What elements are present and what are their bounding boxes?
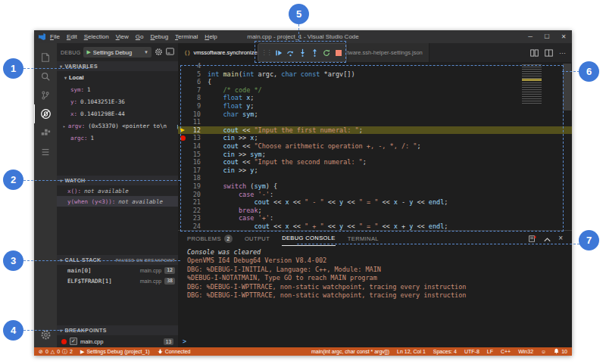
step-out-button[interactable] — [310, 47, 320, 59]
code-line[interactable]: 7 /* code */ — [178, 86, 572, 95]
debug-status[interactable]: ▶ Settings Debug (project_1) — [80, 349, 150, 355]
breakpoint-row[interactable]: ✓main.cpp13 — [57, 335, 178, 347]
variable-value: 0.1043251E-36 — [80, 98, 125, 105]
variable-row[interactable]: sym:1 — [57, 83, 178, 95]
code-line[interactable]: 16 cout << "Input the second numeral: "; — [178, 158, 572, 166]
stack-frame-row[interactable]: main[0]main.cpp12 — [57, 265, 178, 275]
watch-value: not available — [84, 188, 129, 194]
code-line[interactable]: 4 — [178, 62, 572, 70]
code-line[interactable]: 24 cout << x << " + " << y << " = " << x… — [178, 222, 572, 230]
encoding[interactable]: UTF-8 — [464, 349, 479, 354]
code-line[interactable]: 11 — [178, 118, 572, 126]
menu-go[interactable]: Go — [136, 33, 144, 40]
menu-selection[interactable]: Selection — [84, 33, 109, 40]
watch-row[interactable]: y(when (y<3)):not available — [57, 196, 178, 207]
code-line[interactable]: 21 cout << x << " - " << y << " = " << x… — [178, 198, 572, 207]
minimize-icon[interactable]: ─ — [522, 30, 539, 43]
code-editor[interactable]: 45int main(int argc, char const *argv[])… — [178, 62, 572, 230]
notifications-bell[interactable]: 10 — [554, 348, 567, 355]
panel-tab-problems[interactable]: PROBLEMS2 — [187, 231, 233, 246]
code-line[interactable]: 9 float y; — [178, 102, 572, 110]
callout-2: 2 — [3, 170, 23, 190]
minimap[interactable] — [522, 64, 542, 104]
close-panel-icon[interactable]: × — [558, 235, 563, 242]
leader-line-5 — [298, 24, 299, 42]
debug-console-input[interactable]: > — [178, 335, 572, 347]
token: << — [239, 142, 254, 150]
variable-name: argv: — [68, 123, 86, 129]
token: case — [239, 191, 258, 198]
variables-scope-row[interactable]: ▾Local — [57, 71, 178, 83]
cursor-position[interactable]: Ln 12, Col 1 — [397, 349, 426, 354]
settings-gear-icon[interactable] — [34, 325, 57, 344]
code-text: case '-': — [208, 191, 273, 199]
vms-view-icon[interactable] — [34, 142, 57, 161]
maximize-icon[interactable]: ☐ — [539, 30, 555, 43]
token: case — [239, 214, 258, 222]
code-line[interactable]: 23 case '+': — [178, 214, 572, 222]
indentation[interactable]: Spaces: 4 — [433, 349, 457, 354]
variable-row[interactable]: x:0.1401298E-44 — [57, 107, 178, 120]
editor-tab[interactable]: {}vmssoftware.synchronizer — [178, 43, 266, 62]
debug-config-select[interactable]: ▶ Settings Debug ▼ — [83, 47, 152, 58]
source-control-icon[interactable] — [34, 86, 57, 104]
token: : — [270, 214, 273, 222]
gutter-glyph — [178, 78, 187, 86]
close-icon[interactable]: ✕ — [555, 30, 572, 43]
code-line[interactable]: 5int main(int argc, char const *argv[]) — [178, 70, 572, 79]
feedback-smiley-icon[interactable]: ☺ — [541, 349, 546, 354]
menu-edit[interactable]: Edit — [67, 33, 77, 40]
connection-status[interactable]: Connected — [158, 349, 191, 355]
debug-icon[interactable] — [34, 104, 58, 123]
extensions-icon[interactable] — [34, 123, 57, 142]
step-over-button[interactable] — [286, 47, 295, 59]
platform[interactable]: Win32 — [518, 349, 533, 354]
stack-frame-row[interactable]: ELF$TFRADR[1]main.cpp38 — [57, 275, 178, 286]
split-editor-icon[interactable] — [530, 46, 539, 60]
menu-view[interactable]: View — [116, 33, 129, 40]
code-line[interactable]: 8 float x; — [178, 94, 572, 102]
code-line[interactable]: 14 cout << "Choose arithmetic operation … — [178, 142, 572, 151]
code-line[interactable]: 20 case '-': — [178, 191, 572, 199]
configure-gear-icon[interactable] — [155, 48, 163, 58]
code-line[interactable]: 13 cin >> x; — [178, 134, 572, 142]
menu-help[interactable]: Help — [205, 33, 217, 40]
step-into-button[interactable] — [298, 47, 308, 59]
breakpoint-checkbox[interactable]: ✓ — [70, 338, 77, 345]
code-line[interactable]: 22 break; — [178, 207, 572, 215]
stop-button[interactable] — [333, 47, 343, 59]
variable-row[interactable]: argc:1 — [57, 132, 178, 144]
drag-handle-icon[interactable]: ⋮⋮ — [261, 49, 271, 56]
more-actions-icon[interactable]: ··· — [559, 49, 566, 57]
editor-layout-icon[interactable] — [545, 46, 553, 60]
menu-terminal[interactable]: Terminal — [175, 33, 198, 40]
eol[interactable]: LF — [487, 349, 493, 354]
watch-row[interactable]: x():not available — [57, 185, 178, 196]
menu-file[interactable]: File — [50, 33, 60, 40]
code-line[interactable]: 18 — [178, 174, 572, 182]
restart-button[interactable] — [322, 47, 332, 59]
search-icon[interactable] — [34, 67, 57, 86]
code-line[interactable]: 12 cout << "Input the first numeral: "; — [178, 126, 572, 135]
code-line[interactable]: 17 cin >> y; — [178, 166, 572, 175]
token — [208, 222, 254, 230]
code-line[interactable]: 6{ — [178, 78, 572, 86]
problems-status[interactable]: ⊘0 △0 ⓘ2 — [39, 348, 73, 356]
explorer-icon[interactable] — [34, 48, 57, 67]
menu-debug[interactable]: Debug — [151, 33, 169, 40]
language-mode[interactable]: C++ — [501, 349, 511, 354]
variable-row[interactable]: ▸argv:(0x53370) <pointer to\n poi… — [57, 120, 178, 132]
open-console-icon[interactable] — [166, 48, 174, 57]
breakpoint-glyph[interactable] — [178, 134, 187, 142]
token: : — [270, 191, 273, 198]
continue-button[interactable] — [273, 47, 283, 59]
start-debug-icon[interactable]: ▶ — [86, 49, 90, 55]
variable-row[interactable]: y:0.1043251E-36 — [57, 95, 178, 107]
token: int — [242, 70, 254, 78]
panel-tab-output[interactable]: OUTPUT — [245, 231, 270, 246]
symbol-breadcrumb[interactable]: main(int argc, char const * argv[]) — [311, 349, 389, 354]
code-line[interactable]: 10 char sym; — [178, 110, 572, 119]
code-line[interactable]: 15 cin >> sym; — [178, 151, 572, 159]
code-line[interactable]: 19 switch (sym) { — [178, 182, 572, 191]
variables-section-header[interactable]: ▾ VARIABLES — [57, 61, 178, 71]
